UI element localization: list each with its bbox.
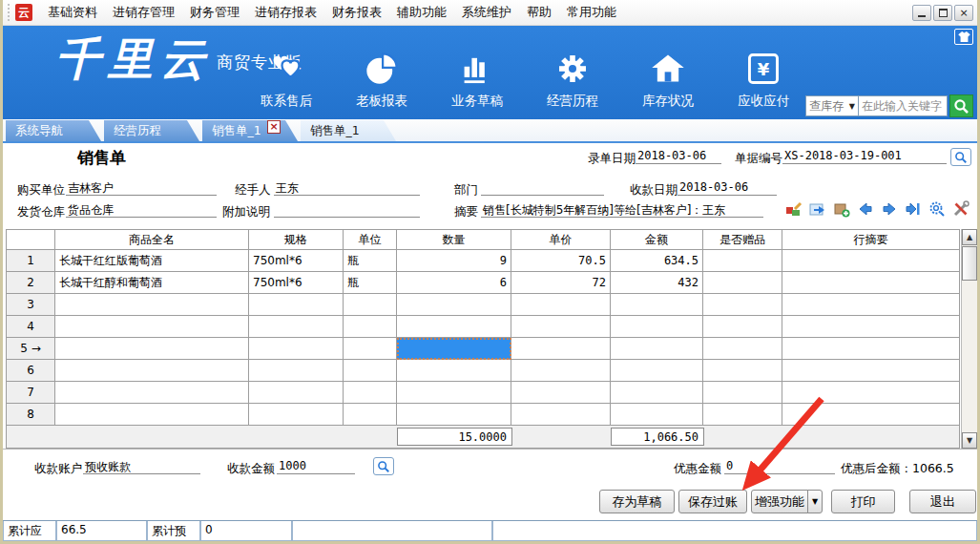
table-cell[interactable] <box>511 360 611 382</box>
nav-yuan[interactable]: ¥应收应付 <box>716 51 811 110</box>
table-cell[interactable] <box>782 404 960 426</box>
row-number[interactable]: 1 <box>7 250 55 272</box>
row-number[interactable]: 8 <box>7 404 55 426</box>
table-cell[interactable]: 750ml*6 <box>249 250 344 272</box>
menu-item[interactable]: 进销存报表 <box>247 0 324 25</box>
table-cell[interactable] <box>397 294 511 316</box>
next-record-icon[interactable] <box>881 200 898 218</box>
table-cell[interactable]: 瓶 <box>344 272 397 294</box>
table-cell[interactable] <box>249 382 344 404</box>
table-cell[interactable] <box>344 338 397 360</box>
row-number[interactable]: 6 <box>7 360 55 382</box>
receipt-date-value[interactable]: 2018-03-06 <box>678 180 777 196</box>
row-number[interactable]: 5 → <box>7 338 55 360</box>
table-cell[interactable] <box>703 404 782 426</box>
tools-icon[interactable] <box>952 200 970 218</box>
preview-zoom-icon[interactable] <box>928 200 946 218</box>
edit-record-icon[interactable] <box>785 200 803 218</box>
table-cell[interactable] <box>55 316 249 338</box>
search-button[interactable] <box>949 94 973 117</box>
menu-item[interactable]: 财务管理 <box>182 0 247 25</box>
summary-value[interactable]: 销售[长城特制5年解百纳]等给[吉林客户]：王东 <box>481 202 763 218</box>
table-cell[interactable] <box>703 382 782 404</box>
table-cell[interactable] <box>397 382 511 404</box>
table-cell[interactable] <box>782 360 960 382</box>
discount-value[interactable]: 0 <box>724 459 835 474</box>
account-value[interactable]: 预收账款 <box>83 459 200 474</box>
table-cell[interactable]: 70.5 <box>511 250 611 272</box>
table-cell[interactable] <box>397 338 511 360</box>
table-cell[interactable] <box>344 316 397 338</box>
prev-record-icon[interactable] <box>857 200 874 218</box>
export-window-icon[interactable] <box>809 200 826 218</box>
skin-toggle-button[interactable] <box>954 29 973 45</box>
search-input[interactable] <box>859 95 948 116</box>
table-cell[interactable] <box>511 382 611 404</box>
tab-close-button[interactable]: × <box>267 120 281 134</box>
tab-销售单_1[interactable]: 销售单_1 <box>301 120 396 141</box>
tab-系统导航[interactable]: 系统导航 <box>6 120 101 141</box>
table-cell[interactable] <box>782 338 960 360</box>
nav-hearts[interactable]: 联系售后 <box>239 51 334 110</box>
table-cell[interactable] <box>611 294 703 316</box>
menu-item[interactable]: 帮助 <box>519 0 559 25</box>
table-cell[interactable] <box>611 316 703 338</box>
table-cell[interactable] <box>344 360 397 382</box>
scroll-down-icon[interactable]: ▼ <box>962 432 977 449</box>
last-record-icon[interactable] <box>905 200 922 218</box>
record-date-value[interactable]: 2018-03-06 <box>636 149 721 164</box>
table-cell[interactable] <box>344 404 397 426</box>
restore-button[interactable] <box>933 5 952 21</box>
table-cell[interactable] <box>55 382 249 404</box>
table-cell[interactable] <box>249 360 344 382</box>
row-number[interactable]: 7 <box>7 382 55 404</box>
save-draft-button[interactable]: 存为草稿 <box>599 490 675 513</box>
menu-item[interactable]: 财务报表 <box>324 0 389 25</box>
table-cell[interactable] <box>511 338 611 360</box>
scrollbar-thumb[interactable] <box>962 246 977 281</box>
pay-amount-value[interactable]: 1000 <box>277 459 355 474</box>
menu-item[interactable]: 辅助功能 <box>389 0 454 25</box>
warehouse-value[interactable]: 货品仓库 <box>66 202 217 218</box>
table-cell[interactable] <box>55 404 249 426</box>
save-post-button[interactable]: 保存过账 <box>678 490 747 513</box>
row-number[interactable]: 3 <box>7 294 55 316</box>
table-cell[interactable] <box>511 294 611 316</box>
table-cell[interactable] <box>703 250 782 272</box>
table-cell[interactable] <box>703 338 782 360</box>
table-cell[interactable] <box>782 316 960 338</box>
exit-button[interactable]: 退出 <box>909 490 976 513</box>
table-cell[interactable] <box>55 338 249 360</box>
table-cell[interactable]: 9 <box>397 250 511 272</box>
table-cell[interactable] <box>782 294 960 316</box>
table-cell[interactable] <box>249 338 344 360</box>
minimize-button[interactable] <box>912 5 931 21</box>
handler-value[interactable]: 王东 <box>274 180 420 196</box>
tab-经营历程[interactable]: 经营历程 <box>104 120 199 141</box>
table-cell[interactable] <box>703 272 782 294</box>
enhance-dropdown-button[interactable]: ▼ <box>807 490 823 513</box>
nav-pie-chart[interactable]: 老板报表 <box>334 51 429 110</box>
table-cell[interactable] <box>249 316 344 338</box>
table-cell[interactable]: 750ml*6 <box>249 272 344 294</box>
table-cell[interactable]: 长城干红红版葡萄酒 <box>55 250 249 272</box>
table-cell[interactable] <box>55 360 249 382</box>
close-button[interactable]: × <box>954 5 973 21</box>
table-cell[interactable] <box>344 382 397 404</box>
menu-item[interactable]: 常用功能 <box>559 0 624 25</box>
tab-销售单_1[interactable]: 销售单_1 <box>202 120 298 141</box>
table-cell[interactable] <box>703 316 782 338</box>
nav-gear[interactable]: 经营历程 <box>525 51 620 110</box>
table-cell[interactable]: 432 <box>611 272 703 294</box>
table-cell[interactable] <box>249 404 344 426</box>
table-cell[interactable] <box>55 294 249 316</box>
table-cell[interactable] <box>397 404 511 426</box>
table-cell[interactable] <box>511 316 611 338</box>
account-lookup-button[interactable] <box>373 457 394 475</box>
nav-bar-chart[interactable]: 业务草稿 <box>429 51 525 110</box>
menu-item[interactable]: 进销存管理 <box>105 0 182 25</box>
department-value[interactable] <box>481 180 604 196</box>
enhance-button[interactable]: 增强功能 <box>751 490 808 513</box>
row-number[interactable]: 4 <box>7 316 55 338</box>
table-cell[interactable] <box>611 382 703 404</box>
